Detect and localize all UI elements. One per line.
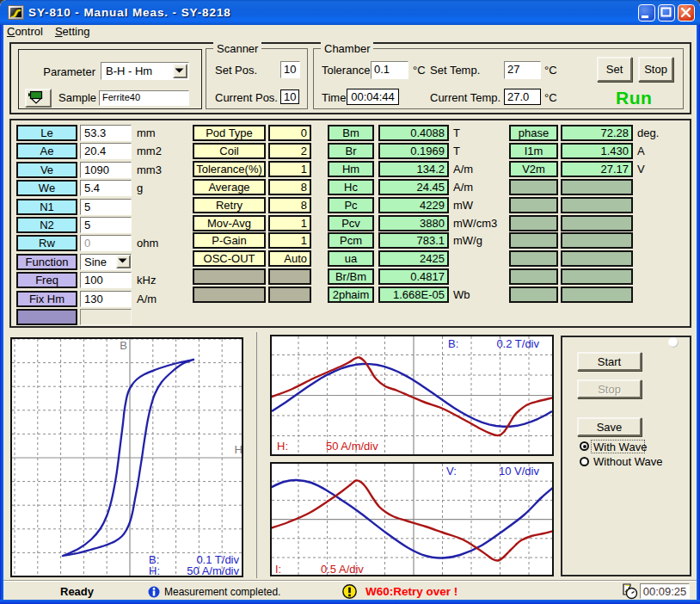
svg-text:50 A/m/div: 50 A/m/div (326, 440, 378, 453)
svg-text:50 A/m/div: 50 A/m/div (187, 564, 239, 577)
svg-text:10 V/div: 10 V/div (499, 465, 539, 478)
svg-text:0.2 T/div: 0.2 T/div (496, 337, 539, 350)
svg-text:0.5 A/div: 0.5 A/div (321, 563, 364, 576)
svg-text:H:: H: (149, 564, 160, 577)
svg-text:B: B (120, 339, 127, 352)
svg-text:I:: I: (275, 563, 281, 576)
svg-text:H:: H: (277, 440, 288, 453)
svg-text:V:: V: (446, 465, 457, 478)
svg-text:B:: B: (448, 337, 458, 350)
svg-text:H: H (235, 443, 243, 456)
